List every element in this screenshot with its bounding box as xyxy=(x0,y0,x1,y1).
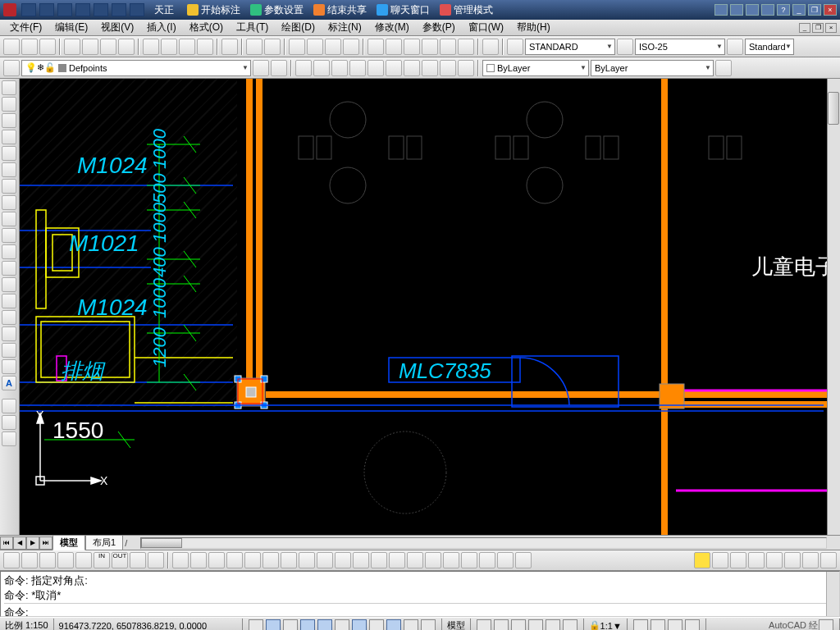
dimrad-icon[interactable] xyxy=(244,552,261,568)
help-fav-icon[interactable] xyxy=(761,4,774,16)
dimcon-icon[interactable] xyxy=(353,552,369,568)
layerprev2-icon[interactable] xyxy=(313,60,330,76)
help-search-icon[interactable] xyxy=(714,4,728,16)
bt4-icon[interactable] xyxy=(57,552,74,568)
props-icon[interactable] xyxy=(368,39,384,55)
menu-param[interactable]: 参数(P) xyxy=(416,19,462,36)
layerprev-icon[interactable] xyxy=(271,60,287,76)
matchprop-icon[interactable] xyxy=(197,39,213,55)
dimang-icon[interactable] xyxy=(299,552,315,568)
bt2-icon[interactable] xyxy=(21,552,38,568)
qa-print-icon[interactable] xyxy=(112,3,126,16)
dyn-toggle[interactable] xyxy=(386,619,401,631)
qa-more-icon[interactable] xyxy=(130,3,144,16)
layerlck-icon[interactable] xyxy=(440,60,456,76)
polar-toggle[interactable] xyxy=(300,619,315,631)
modify1-icon[interactable] xyxy=(2,399,16,413)
insp-icon[interactable] xyxy=(443,552,459,568)
ext5-icon[interactable] xyxy=(766,552,783,568)
tab-prev-icon[interactable]: ◀ xyxy=(13,536,26,550)
menu-view[interactable]: 视图(V) xyxy=(94,19,140,36)
undo-icon[interactable] xyxy=(246,39,262,55)
ellipsearc-icon[interactable] xyxy=(2,244,16,259)
ext2-icon[interactable] xyxy=(712,552,728,568)
polygon-icon[interactable] xyxy=(2,130,16,144)
table-icon[interactable] xyxy=(2,359,16,374)
print-icon[interactable] xyxy=(64,39,80,55)
qa-save-icon[interactable] xyxy=(57,3,72,16)
zoom-prev-icon[interactable] xyxy=(343,39,359,55)
dimted-icon[interactable] xyxy=(497,552,514,568)
help-toolbar-icon[interactable] xyxy=(482,39,499,55)
circle-icon[interactable] xyxy=(2,179,16,194)
ext7-icon[interactable] xyxy=(802,552,819,568)
preview-icon[interactable] xyxy=(82,39,98,55)
qp-toggle[interactable] xyxy=(421,619,436,631)
menu-dim[interactable]: 标注(N) xyxy=(322,19,368,36)
collab-tab-manage[interactable]: 管理模式 xyxy=(440,3,493,17)
showmotion-icon[interactable] xyxy=(563,619,578,631)
dimlin-icon[interactable] xyxy=(172,552,189,568)
layer-combo[interactable]: 💡 ❄ 🔓 Defpoints xyxy=(21,60,251,76)
new-icon[interactable] xyxy=(3,39,20,55)
ext8-icon[interactable] xyxy=(820,552,837,568)
bt5-icon[interactable] xyxy=(75,552,92,568)
zoom-status-icon[interactable] xyxy=(528,619,543,631)
annovis-icon[interactable] xyxy=(633,619,648,631)
vscroll-thumb[interactable] xyxy=(828,92,839,125)
zoom-rt-icon[interactable] xyxy=(307,39,323,55)
ext4-icon[interactable] xyxy=(748,552,765,568)
layerunlck-icon[interactable] xyxy=(458,60,474,76)
layeron-icon[interactable] xyxy=(404,60,420,76)
modify3-icon[interactable] xyxy=(2,431,16,446)
menu-format[interactable]: 格式(O) xyxy=(183,19,230,36)
save-icon[interactable] xyxy=(39,39,56,55)
dimspa-icon[interactable] xyxy=(371,552,387,568)
dimdia-icon[interactable] xyxy=(281,552,297,568)
bt7-icon[interactable]: OUT xyxy=(112,552,128,568)
calc-icon[interactable] xyxy=(458,39,474,55)
3ddwf-icon[interactable] xyxy=(118,39,135,55)
cen-icon[interactable] xyxy=(425,552,441,568)
window-restore-icon[interactable]: ❐ xyxy=(808,4,821,16)
qa-undo-icon[interactable] xyxy=(75,3,90,16)
grid-toggle[interactable] xyxy=(266,619,281,631)
horizontal-scrollbar[interactable] xyxy=(140,537,827,549)
qa-new-icon[interactable] xyxy=(21,3,36,16)
lwt-toggle[interactable] xyxy=(404,619,418,631)
qview-layouts-icon[interactable] xyxy=(477,619,491,631)
blockedit-icon[interactable] xyxy=(221,39,238,55)
tol-icon[interactable] xyxy=(407,552,423,568)
jogl-icon[interactable] xyxy=(461,552,477,568)
tab-first-icon[interactable]: ⏮ xyxy=(0,536,13,550)
tab-last-icon[interactable]: ⏭ xyxy=(39,536,52,550)
cmd-scrollbar[interactable] xyxy=(826,572,839,616)
modify2-icon[interactable] xyxy=(2,415,16,430)
help-icon[interactable]: ? xyxy=(777,4,790,16)
tablestyle-combo[interactable]: Standard xyxy=(745,39,794,55)
mtext-icon[interactable]: A xyxy=(2,376,16,390)
collab-tab-annotate[interactable]: 开始标注 xyxy=(187,3,240,17)
doc-close-icon[interactable]: × xyxy=(825,23,837,33)
window-minimize-icon[interactable]: _ xyxy=(792,4,806,16)
ws-switch-icon[interactable] xyxy=(668,619,682,631)
lineweight-combo[interactable]: ByLayer xyxy=(591,60,714,76)
spline-icon[interactable] xyxy=(2,212,16,226)
cmd-prompt[interactable]: 命令: xyxy=(4,603,836,617)
dimjog-icon[interactable] xyxy=(262,552,279,568)
menu-edit[interactable]: 编辑(E) xyxy=(48,19,94,36)
menu-draw[interactable]: 绘图(D) xyxy=(275,19,322,36)
bt6-icon[interactable]: IN xyxy=(94,552,110,568)
help-search2-icon[interactable] xyxy=(730,4,743,16)
xline-icon[interactable] xyxy=(2,97,16,112)
arc-icon[interactable] xyxy=(2,162,16,177)
ducs-toggle[interactable] xyxy=(369,619,384,631)
layerprops-icon[interactable] xyxy=(3,60,20,76)
layerfrz-icon[interactable] xyxy=(368,60,384,76)
toolpal-icon[interactable] xyxy=(404,39,420,55)
dimqck-icon[interactable] xyxy=(317,552,333,568)
bt9-icon[interactable] xyxy=(148,552,164,568)
layerthaw-icon[interactable] xyxy=(422,60,438,76)
doc-restore-icon[interactable]: ❐ xyxy=(812,23,824,33)
ext3-icon[interactable] xyxy=(730,552,746,568)
